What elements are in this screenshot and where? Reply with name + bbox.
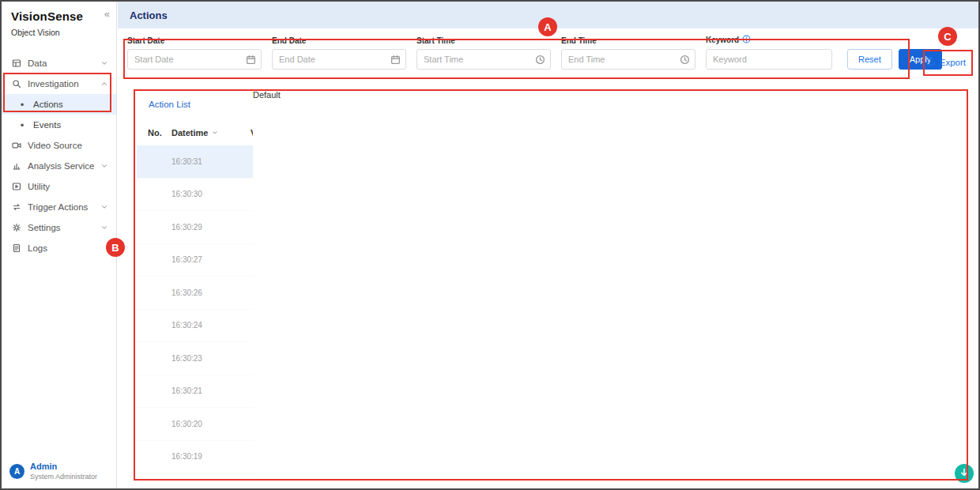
- annotation-badge-c: C: [938, 27, 957, 46]
- sidebar-item-label: Investigation: [28, 79, 94, 89]
- sidebar-item-label: Video Source: [28, 141, 108, 150]
- gear-icon: [12, 223, 21, 232]
- sidebar-item-label: Settings: [28, 223, 94, 232]
- reset-button[interactable]: Reset: [847, 49, 892, 70]
- sidebar-nav: DataInvestigation•Actions•EventsVideo So…: [2, 53, 116, 258]
- start-time-input[interactable]: [416, 49, 551, 70]
- export-label: Export: [940, 58, 966, 67]
- chevron-down-icon: [100, 59, 108, 67]
- start-date-input[interactable]: [127, 49, 262, 70]
- info-icon: [742, 35, 751, 45]
- annotation-badge-a: A: [538, 17, 557, 36]
- down-arrow-icon: [959, 466, 969, 481]
- cell-datetime: 2025/04/1616:30:21: [172, 386, 251, 395]
- keyword-field: Keyword: [706, 35, 832, 70]
- analysis-icon: [12, 161, 21, 171]
- cell-datetime: 2025/04/1616:30:20: [172, 420, 251, 428]
- end-date-label: End Date: [272, 36, 406, 45]
- chevron-down-icon: [100, 203, 108, 211]
- sidebar: VisionSense « Object Vision DataInvestig…: [2, 2, 117, 488]
- sidebar-item-label: Events: [33, 120, 108, 130]
- search-icon: [12, 79, 21, 89]
- start-date-field: Start Date: [127, 36, 262, 70]
- sidebar-item-actions[interactable]: •Actions: [2, 94, 116, 115]
- sidebar-item-label: Logs: [28, 243, 108, 253]
- chevron-down-icon: [100, 224, 108, 232]
- table-body: 1 2025/04/1616:30:31 Video-CleanRoom Obj…: [137, 145, 963, 473]
- sort-down-icon[interactable]: [211, 129, 219, 137]
- start-time-label: Start Time: [416, 36, 551, 45]
- action-list-card: Action List No.DatetimeVideo SourceDetec…: [137, 90, 963, 478]
- sidebar-collapse-icon[interactable]: «: [104, 8, 110, 20]
- cell-datetime: 2025/04/1616:30:31: [172, 157, 251, 166]
- user-role: System Administrator: [30, 473, 97, 481]
- sidebar-item-label: Data: [28, 58, 94, 68]
- keyword-label: Keyword: [706, 35, 832, 45]
- app-subtitle: Object Vision: [11, 28, 108, 37]
- app-window: VisionSense « Object Vision DataInvestig…: [0, 0, 980, 490]
- sidebar-item-events[interactable]: •Events: [2, 115, 116, 135]
- sidebar-item-analysis-service[interactable]: Analysis Service: [2, 156, 116, 176]
- utility-icon: [12, 182, 21, 191]
- sidebar-item-label: Trigger Actions: [28, 202, 94, 212]
- end-time-input[interactable]: [561, 49, 695, 70]
- bullet-icon: •: [17, 99, 27, 111]
- export-button[interactable]: Export: [925, 56, 966, 68]
- calendar-icon[interactable]: [246, 54, 256, 68]
- sidebar-item-label: Utility: [28, 182, 108, 191]
- sidebar-item-settings[interactable]: Settings: [2, 217, 116, 238]
- export-icon: [925, 56, 936, 68]
- start-date-label: Start Date: [127, 36, 262, 45]
- cell-datetime: 2025/04/1616:30:27: [172, 255, 251, 264]
- user-name: Admin: [30, 462, 97, 471]
- end-date-input[interactable]: [272, 49, 406, 70]
- cell-utility: DefaultEvent Trigger: [875, 452, 963, 461]
- sidebar-item-video-source[interactable]: Video Source: [2, 135, 116, 156]
- trigger-icon: [12, 202, 21, 212]
- end-time-field: End Time: [561, 36, 695, 70]
- main-area: Actions Start Date End Date Start Time: [118, 2, 978, 488]
- sidebar-item-utility[interactable]: Utility: [2, 176, 116, 197]
- brand: VisionSense « Object Vision: [2, 2, 116, 37]
- user-info[interactable]: A Admin System Administrator: [9, 462, 97, 481]
- start-time-field: Start Time: [416, 36, 551, 70]
- avatar: A: [9, 464, 24, 479]
- cell-datetime: 2025/04/1616:30:24: [172, 321, 251, 330]
- video-icon: [12, 141, 21, 150]
- cell-datetime: 2025/04/1616:30:23: [172, 354, 251, 363]
- annotation-badge-b: B: [106, 238, 125, 257]
- column-header-datetime[interactable]: Datetime: [172, 128, 251, 138]
- logs-icon: [12, 243, 21, 253]
- app-title: VisionSense: [11, 9, 108, 23]
- cell-datetime: 2025/04/1616:30:26: [172, 288, 251, 297]
- sidebar-item-label: Analysis Service: [28, 161, 94, 171]
- cell-datetime: 2025/04/1616:30:30: [172, 190, 251, 198]
- page-title: Actions: [130, 9, 168, 21]
- end-date-field: End Date: [272, 36, 406, 70]
- cell-datetime: 2025/04/1616:30:29: [172, 223, 251, 232]
- bullet-icon: •: [17, 119, 27, 131]
- chevron-down-icon: [100, 162, 108, 170]
- sidebar-item-investigation[interactable]: Investigation: [2, 74, 116, 94]
- grid-icon: [12, 58, 21, 68]
- sidebar-item-data[interactable]: Data: [2, 53, 116, 74]
- keyword-input[interactable]: [706, 49, 832, 70]
- scroll-down-button[interactable]: [955, 464, 974, 483]
- sidebar-item-logs[interactable]: Logs: [2, 238, 116, 258]
- cell-datetime: 2025/04/1616:30:19: [172, 452, 251, 461]
- column-header-no: No.: [148, 128, 172, 138]
- sidebar-item-label: Actions: [33, 100, 108, 109]
- chevron-up-icon: [100, 80, 108, 88]
- calendar-icon[interactable]: [390, 54, 401, 68]
- end-time-label: End Time: [561, 36, 695, 45]
- table-row[interactable]: 10 2025/04/1616:30:19 Video-CleanRoom Ob…: [137, 441, 963, 474]
- clock-icon[interactable]: [680, 54, 690, 68]
- sidebar-item-trigger-actions[interactable]: Trigger Actions: [2, 197, 116, 217]
- clock-icon[interactable]: [535, 54, 545, 68]
